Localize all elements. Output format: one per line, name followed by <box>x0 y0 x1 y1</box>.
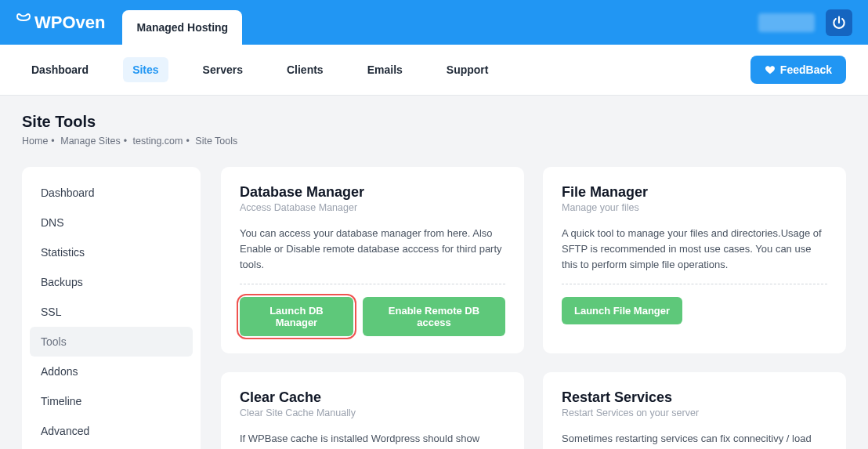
card-description: Sometimes restarting services can fix co… <box>562 431 827 449</box>
crumb-manage-sites[interactable]: Manage Sites <box>60 136 120 147</box>
content-grid: Database Manager Access Database Manager… <box>221 167 846 449</box>
sidebar-item-tools[interactable]: Tools <box>30 327 193 357</box>
card-description: If WPBase cache is installed Wordpress s… <box>240 431 505 449</box>
card-subtitle: Clear Site Cache Manually <box>240 407 505 418</box>
card-subtitle: Manage your files <box>562 202 827 213</box>
card-title: Restart Services <box>562 389 827 406</box>
sidebar-item-statistics[interactable]: Statistics <box>30 237 193 267</box>
card-title: File Manager <box>562 184 827 201</box>
top-tab-label: Managed Hosting <box>136 21 228 34</box>
card-subtitle: Access Database Manager <box>240 202 505 213</box>
launch-file-manager-button[interactable]: Launch File Manger <box>562 297 682 324</box>
feedback-button[interactable]: FeedBack <box>750 56 846 84</box>
page-title: Site Tools <box>22 113 846 131</box>
nav-support[interactable]: Support <box>437 57 498 82</box>
card-subtitle: Restart Services on your server <box>562 407 827 418</box>
heart-icon <box>765 64 776 75</box>
power-icon <box>831 15 847 31</box>
account-link[interactable] <box>758 13 815 32</box>
logo-icon <box>16 12 31 34</box>
crumb-current: Site Tools <box>195 136 237 147</box>
sidebar-item-addons[interactable]: Addons <box>30 357 193 386</box>
nav-clients[interactable]: Clients <box>277 57 333 82</box>
enable-remote-db-button[interactable]: Enable Remote DB access <box>363 297 505 336</box>
main-nav: Dashboard Sites Servers Clients Emails S… <box>0 45 868 96</box>
sidebar: Dashboard DNS Statistics Backups SSL Too… <box>22 167 201 449</box>
power-button[interactable] <box>826 9 852 36</box>
nav-dashboard[interactable]: Dashboard <box>22 57 98 82</box>
sidebar-item-ssl[interactable]: SSL <box>30 297 193 327</box>
topbar: WPOven Managed Hosting <box>0 0 868 45</box>
nav-emails[interactable]: Emails <box>358 57 412 82</box>
card-title: Database Manager <box>240 184 505 201</box>
tab-managed-hosting[interactable]: Managed Hosting <box>122 10 242 45</box>
launch-db-manager-button[interactable]: Launch DB Manager <box>240 297 353 336</box>
crumb-site[interactable]: testing.com <box>133 136 183 147</box>
logo[interactable]: WPOven <box>16 12 105 34</box>
sidebar-item-advanced[interactable]: Advanced <box>30 416 193 446</box>
sidebar-item-backups[interactable]: Backups <box>30 267 193 297</box>
card-clear-cache: Clear Cache Clear Site Cache Manually If… <box>221 372 524 449</box>
card-restart-services: Restart Services Restart Services on you… <box>543 372 846 449</box>
card-description: A quick tool to manage your files and di… <box>562 226 827 273</box>
nav-servers[interactable]: Servers <box>193 57 252 82</box>
card-description: You can access your database manager fro… <box>240 226 505 273</box>
breadcrumb: Home• Manage Sites• testing.com• Site To… <box>22 136 846 147</box>
divider <box>562 284 827 284</box>
nav-sites[interactable]: Sites <box>123 57 168 82</box>
sidebar-item-dns[interactable]: DNS <box>30 208 193 237</box>
card-file-manager: File Manager Manage your files A quick t… <box>543 167 846 353</box>
page-header: Site Tools Home• Manage Sites• testing.c… <box>0 96 868 153</box>
highlight-outline: Launch DB Manager <box>240 297 353 336</box>
card-title: Clear Cache <box>240 389 505 406</box>
main-area: Dashboard DNS Statistics Backups SSL Too… <box>0 153 868 449</box>
sidebar-item-timeline[interactable]: Timeline <box>30 386 193 416</box>
sidebar-item-dashboard[interactable]: Dashboard <box>30 178 193 208</box>
crumb-home[interactable]: Home <box>22 136 48 147</box>
brand-text: WPOven <box>34 13 105 33</box>
card-database-manager: Database Manager Access Database Manager… <box>221 167 524 353</box>
feedback-label: FeedBack <box>780 63 832 76</box>
divider <box>240 284 505 284</box>
